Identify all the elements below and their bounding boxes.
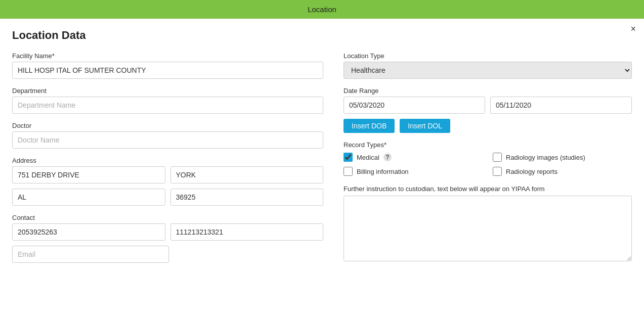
address-group: Address [12,157,323,206]
billing-label: Billing information [357,168,409,175]
address-label: Address [12,157,323,164]
further-instruction-label: Further instruction to custodian, text b… [344,185,632,193]
record-type-radiology-reports: Radiology reports [493,167,632,176]
contact-label: Contact [12,214,323,221]
modal: × Location Data Facility Name* Departmen… [0,19,644,322]
facility-group: Facility Name* [12,52,323,79]
address-state-input[interactable] [12,189,165,206]
radiology-images-checkbox[interactable] [493,153,502,162]
left-column: Facility Name* Department Doctor Address [12,52,323,271]
insert-dob-button[interactable]: Insert DOB [344,119,395,133]
address-row-1 [12,166,323,183]
date-range-row [344,97,632,114]
medical-help-icon[interactable]: ? [383,153,392,161]
record-type-billing: Billing information [344,167,483,176]
department-label: Department [12,87,323,95]
date-range-label: Date Range [344,87,632,95]
location-type-label: Location Type [344,52,632,60]
medical-label: Medical [357,154,379,161]
radiology-images-label: Radiology images (studies) [506,154,585,161]
date-range-group: Date Range Insert DOB Insert DOL [344,87,632,133]
address-city-input[interactable] [170,166,324,183]
doctor-group: Doctor [12,122,323,149]
address-zip-input[interactable] [170,189,324,206]
contact-row-2 [12,246,323,263]
department-input[interactable] [12,97,323,114]
further-instruction-section: Further instruction to custodian, text b… [344,185,632,263]
record-type-radiology-images: Radiology images (studies) [493,153,632,162]
contact-phone2-input[interactable] [170,223,324,241]
record-types-grid: Medical ? Radiology images (studies) Bil… [344,153,632,176]
further-instruction-textarea[interactable] [344,196,632,261]
insert-dol-button[interactable]: Insert DOL [400,119,450,133]
radiology-reports-label: Radiology reports [506,168,557,175]
contact-phone1-input[interactable] [12,223,165,241]
close-button[interactable]: × [630,24,636,34]
address-row-2 [12,189,323,206]
medical-checkbox[interactable] [344,153,353,162]
location-type-group: Location Type Healthcare Other [344,52,632,79]
modal-title: Location Data [12,29,632,42]
location-type-select[interactable]: Healthcare Other [344,62,632,79]
billing-checkbox[interactable] [344,167,353,176]
date-end-input[interactable] [490,97,632,114]
record-types-label: Record Types* [344,141,632,149]
facility-label: Facility Name* [12,52,323,60]
record-types-section: Record Types* Medical ? Radiology images… [344,141,632,176]
top-bar-label: Location [308,5,336,14]
top-bar: Location [0,0,644,19]
contact-email-input[interactable] [12,246,169,263]
contact-group: Contact [12,214,323,263]
radiology-reports-checkbox[interactable] [493,167,502,176]
facility-input[interactable] [12,62,323,79]
contact-row-1 [12,223,323,241]
right-column: Location Type Healthcare Other Date Rang… [344,52,632,271]
doctor-input[interactable] [12,131,323,149]
form-layout: Facility Name* Department Doctor Address [12,52,632,271]
doctor-label: Doctor [12,122,323,129]
date-buttons-row: Insert DOB Insert DOL [344,119,632,133]
record-type-medical: Medical ? [344,153,483,162]
address-street-input[interactable] [12,166,165,183]
date-start-input[interactable] [344,97,485,114]
department-group: Department [12,87,323,114]
